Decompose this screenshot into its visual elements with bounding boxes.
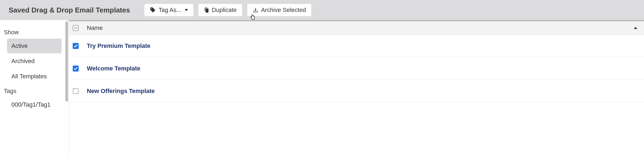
- sidebar-item-archived[interactable]: Archived: [7, 54, 62, 69]
- sidebar-tag-item[interactable]: 000/Tag1/Tag1: [7, 97, 62, 112]
- sidebar-heading-tags: Tags: [3, 84, 65, 97]
- tag-as-label: Tag As...: [158, 7, 181, 14]
- table-row: Welcome Template: [69, 57, 644, 80]
- sidebar: Show ActiveArchivedAll Templates Tags 00…: [0, 20, 69, 155]
- indeterminate-icon: [74, 28, 77, 28]
- duplicate-label: Duplicate: [212, 7, 237, 14]
- template-name-link[interactable]: New Offerings Template: [87, 88, 155, 95]
- row-checkbox[interactable]: [73, 43, 79, 49]
- sidebar-heading-show: Show: [3, 26, 65, 38]
- duplicate-button[interactable]: Duplicate: [198, 4, 243, 17]
- row-checkbox[interactable]: [73, 66, 79, 72]
- sidebar-item-all-templates[interactable]: All Templates: [7, 69, 62, 84]
- tag-icon: [150, 7, 156, 13]
- page-title: Saved Drag & Drop Email Templates: [9, 6, 130, 14]
- table-row: New Offerings Template: [69, 80, 644, 103]
- select-all-checkbox[interactable]: [73, 25, 79, 31]
- column-header-name[interactable]: Name: [87, 24, 634, 32]
- archive-selected-button[interactable]: Archive Selected: [247, 4, 312, 17]
- copy-icon: [204, 7, 209, 13]
- page-header: Saved Drag & Drop Email Templates Tag As…: [0, 0, 644, 20]
- content-area: Show ActiveArchivedAll Templates Tags 00…: [0, 20, 644, 155]
- archive-icon: [253, 7, 259, 13]
- sidebar-scrollbar[interactable]: [65, 21, 68, 102]
- sort-asc-icon: [634, 27, 637, 29]
- archive-label: Archive Selected: [261, 7, 306, 14]
- row-checkbox[interactable]: [73, 88, 79, 94]
- toolbar: Tag As... Duplicate Archive Selected: [144, 4, 311, 17]
- sidebar-item-active[interactable]: Active: [7, 39, 62, 53]
- table-header: Name: [69, 21, 644, 35]
- template-name-link[interactable]: Welcome Template: [87, 65, 140, 72]
- main-panel: Name Try Premium TemplateWelcome Templat…: [69, 20, 644, 155]
- tag-as-button[interactable]: Tag As...: [144, 4, 193, 17]
- chevron-down-icon: [185, 9, 188, 11]
- table-row: Try Premium Template: [69, 35, 644, 57]
- template-name-link[interactable]: Try Premium Template: [87, 42, 150, 49]
